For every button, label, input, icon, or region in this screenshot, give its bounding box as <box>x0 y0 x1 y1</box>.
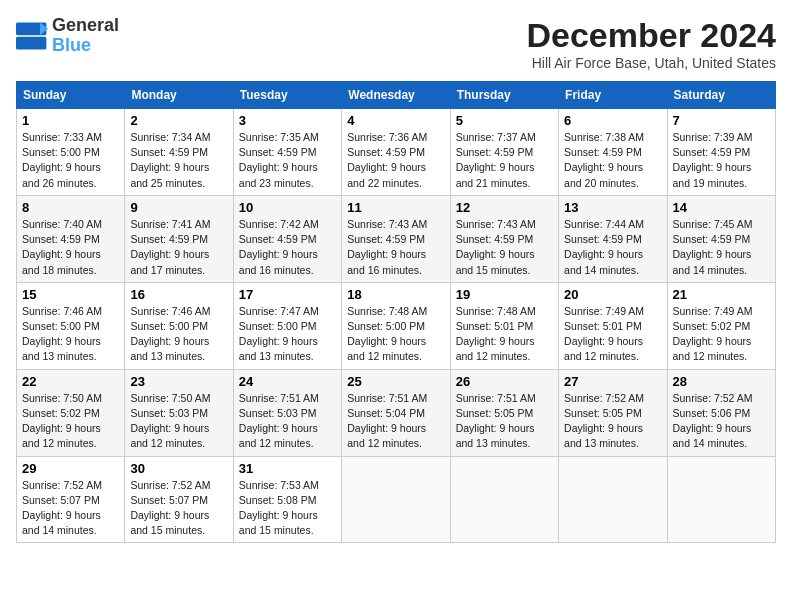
day-info: Sunrise: 7:42 AM Sunset: 4:59 PM Dayligh… <box>239 217 336 278</box>
weekday-header-row: SundayMondayTuesdayWednesdayThursdayFrid… <box>17 82 776 109</box>
calendar-cell <box>559 456 667 543</box>
calendar-cell: 2Sunrise: 7:34 AM Sunset: 4:59 PM Daylig… <box>125 109 233 196</box>
day-number: 9 <box>130 200 227 215</box>
day-info: Sunrise: 7:50 AM Sunset: 5:03 PM Dayligh… <box>130 391 227 452</box>
day-info: Sunrise: 7:33 AM Sunset: 5:00 PM Dayligh… <box>22 130 119 191</box>
day-info: Sunrise: 7:50 AM Sunset: 5:02 PM Dayligh… <box>22 391 119 452</box>
day-number: 24 <box>239 374 336 389</box>
day-number: 15 <box>22 287 119 302</box>
day-number: 26 <box>456 374 553 389</box>
page-header: General Blue December 2024 Hill Air Forc… <box>16 16 776 71</box>
day-info: Sunrise: 7:47 AM Sunset: 5:00 PM Dayligh… <box>239 304 336 365</box>
location-title: Hill Air Force Base, Utah, United States <box>526 55 776 71</box>
day-info: Sunrise: 7:41 AM Sunset: 4:59 PM Dayligh… <box>130 217 227 278</box>
day-number: 7 <box>673 113 770 128</box>
calendar-cell: 29Sunrise: 7:52 AM Sunset: 5:07 PM Dayli… <box>17 456 125 543</box>
day-info: Sunrise: 7:49 AM Sunset: 5:02 PM Dayligh… <box>673 304 770 365</box>
day-info: Sunrise: 7:46 AM Sunset: 5:00 PM Dayligh… <box>130 304 227 365</box>
day-number: 14 <box>673 200 770 215</box>
calendar-cell: 19Sunrise: 7:48 AM Sunset: 5:01 PM Dayli… <box>450 282 558 369</box>
calendar-week-row: 15Sunrise: 7:46 AM Sunset: 5:00 PM Dayli… <box>17 282 776 369</box>
calendar-week-row: 8Sunrise: 7:40 AM Sunset: 4:59 PM Daylig… <box>17 195 776 282</box>
day-info: Sunrise: 7:51 AM Sunset: 5:03 PM Dayligh… <box>239 391 336 452</box>
day-number: 30 <box>130 461 227 476</box>
logo-line2: Blue <box>52 36 119 56</box>
day-number: 8 <box>22 200 119 215</box>
calendar-cell: 23Sunrise: 7:50 AM Sunset: 5:03 PM Dayli… <box>125 369 233 456</box>
day-info: Sunrise: 7:34 AM Sunset: 4:59 PM Dayligh… <box>130 130 227 191</box>
calendar-cell: 5Sunrise: 7:37 AM Sunset: 4:59 PM Daylig… <box>450 109 558 196</box>
svg-rect-1 <box>16 37 46 50</box>
day-number: 12 <box>456 200 553 215</box>
calendar-cell: 11Sunrise: 7:43 AM Sunset: 4:59 PM Dayli… <box>342 195 450 282</box>
month-title: December 2024 <box>526 16 776 55</box>
day-number: 18 <box>347 287 444 302</box>
calendar-cell: 15Sunrise: 7:46 AM Sunset: 5:00 PM Dayli… <box>17 282 125 369</box>
calendar-cell: 31Sunrise: 7:53 AM Sunset: 5:08 PM Dayli… <box>233 456 341 543</box>
day-number: 17 <box>239 287 336 302</box>
weekday-header-tuesday: Tuesday <box>233 82 341 109</box>
calendar-cell: 18Sunrise: 7:48 AM Sunset: 5:00 PM Dayli… <box>342 282 450 369</box>
calendar-cell: 16Sunrise: 7:46 AM Sunset: 5:00 PM Dayli… <box>125 282 233 369</box>
day-number: 20 <box>564 287 661 302</box>
day-number: 4 <box>347 113 444 128</box>
day-info: Sunrise: 7:49 AM Sunset: 5:01 PM Dayligh… <box>564 304 661 365</box>
day-info: Sunrise: 7:52 AM Sunset: 5:06 PM Dayligh… <box>673 391 770 452</box>
weekday-header-monday: Monday <box>125 82 233 109</box>
day-number: 21 <box>673 287 770 302</box>
calendar-cell: 24Sunrise: 7:51 AM Sunset: 5:03 PM Dayli… <box>233 369 341 456</box>
day-info: Sunrise: 7:52 AM Sunset: 5:07 PM Dayligh… <box>22 478 119 539</box>
calendar-cell: 9Sunrise: 7:41 AM Sunset: 4:59 PM Daylig… <box>125 195 233 282</box>
day-info: Sunrise: 7:53 AM Sunset: 5:08 PM Dayligh… <box>239 478 336 539</box>
day-info: Sunrise: 7:35 AM Sunset: 4:59 PM Dayligh… <box>239 130 336 191</box>
title-block: December 2024 Hill Air Force Base, Utah,… <box>526 16 776 71</box>
day-info: Sunrise: 7:44 AM Sunset: 4:59 PM Dayligh… <box>564 217 661 278</box>
calendar-cell: 12Sunrise: 7:43 AM Sunset: 4:59 PM Dayli… <box>450 195 558 282</box>
day-info: Sunrise: 7:43 AM Sunset: 4:59 PM Dayligh… <box>347 217 444 278</box>
calendar-week-row: 29Sunrise: 7:52 AM Sunset: 5:07 PM Dayli… <box>17 456 776 543</box>
calendar-cell <box>667 456 775 543</box>
day-info: Sunrise: 7:52 AM Sunset: 5:07 PM Dayligh… <box>130 478 227 539</box>
weekday-header-sunday: Sunday <box>17 82 125 109</box>
calendar-cell: 14Sunrise: 7:45 AM Sunset: 4:59 PM Dayli… <box>667 195 775 282</box>
day-info: Sunrise: 7:52 AM Sunset: 5:05 PM Dayligh… <box>564 391 661 452</box>
day-info: Sunrise: 7:48 AM Sunset: 5:01 PM Dayligh… <box>456 304 553 365</box>
day-info: Sunrise: 7:43 AM Sunset: 4:59 PM Dayligh… <box>456 217 553 278</box>
day-number: 28 <box>673 374 770 389</box>
weekday-header-saturday: Saturday <box>667 82 775 109</box>
calendar-cell: 20Sunrise: 7:49 AM Sunset: 5:01 PM Dayli… <box>559 282 667 369</box>
calendar-cell: 6Sunrise: 7:38 AM Sunset: 4:59 PM Daylig… <box>559 109 667 196</box>
day-number: 22 <box>22 374 119 389</box>
day-number: 10 <box>239 200 336 215</box>
calendar-cell: 10Sunrise: 7:42 AM Sunset: 4:59 PM Dayli… <box>233 195 341 282</box>
day-info: Sunrise: 7:38 AM Sunset: 4:59 PM Dayligh… <box>564 130 661 191</box>
day-info: Sunrise: 7:46 AM Sunset: 5:00 PM Dayligh… <box>22 304 119 365</box>
logo-icon <box>16 22 48 50</box>
day-number: 29 <box>22 461 119 476</box>
day-info: Sunrise: 7:51 AM Sunset: 5:05 PM Dayligh… <box>456 391 553 452</box>
day-number: 2 <box>130 113 227 128</box>
weekday-header-friday: Friday <box>559 82 667 109</box>
logo: General Blue <box>16 16 119 56</box>
calendar-cell: 22Sunrise: 7:50 AM Sunset: 5:02 PM Dayli… <box>17 369 125 456</box>
day-number: 1 <box>22 113 119 128</box>
day-info: Sunrise: 7:51 AM Sunset: 5:04 PM Dayligh… <box>347 391 444 452</box>
calendar-cell <box>342 456 450 543</box>
calendar-cell: 21Sunrise: 7:49 AM Sunset: 5:02 PM Dayli… <box>667 282 775 369</box>
day-number: 3 <box>239 113 336 128</box>
calendar-cell: 25Sunrise: 7:51 AM Sunset: 5:04 PM Dayli… <box>342 369 450 456</box>
calendar-cell: 27Sunrise: 7:52 AM Sunset: 5:05 PM Dayli… <box>559 369 667 456</box>
day-number: 27 <box>564 374 661 389</box>
day-number: 16 <box>130 287 227 302</box>
day-number: 6 <box>564 113 661 128</box>
calendar-week-row: 1Sunrise: 7:33 AM Sunset: 5:00 PM Daylig… <box>17 109 776 196</box>
day-number: 23 <box>130 374 227 389</box>
day-number: 19 <box>456 287 553 302</box>
calendar-cell: 17Sunrise: 7:47 AM Sunset: 5:00 PM Dayli… <box>233 282 341 369</box>
day-info: Sunrise: 7:45 AM Sunset: 4:59 PM Dayligh… <box>673 217 770 278</box>
calendar-cell: 7Sunrise: 7:39 AM Sunset: 4:59 PM Daylig… <box>667 109 775 196</box>
calendar-cell: 1Sunrise: 7:33 AM Sunset: 5:00 PM Daylig… <box>17 109 125 196</box>
logo-line1: General <box>52 16 119 36</box>
day-info: Sunrise: 7:37 AM Sunset: 4:59 PM Dayligh… <box>456 130 553 191</box>
day-info: Sunrise: 7:39 AM Sunset: 4:59 PM Dayligh… <box>673 130 770 191</box>
